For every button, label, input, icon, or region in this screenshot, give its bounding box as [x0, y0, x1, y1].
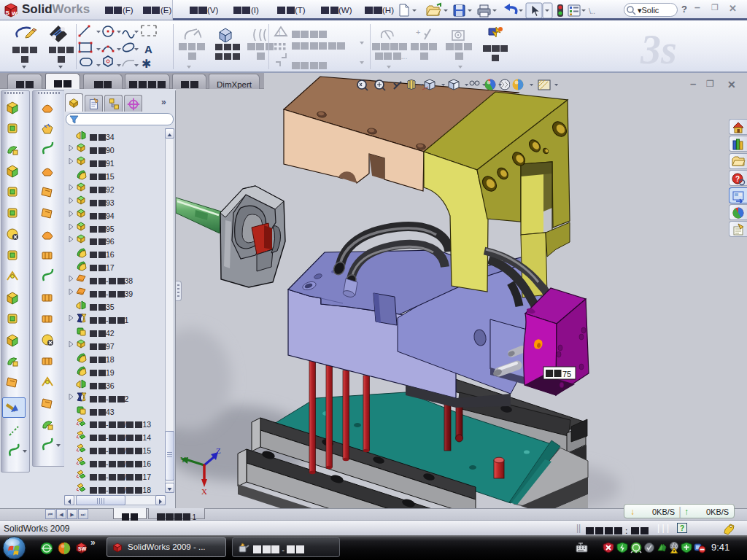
svg-text:\..: \.. [589, 7, 595, 15]
svg-text:S: S [6, 9, 10, 16]
svg-text:✱: ✱ [142, 58, 151, 70]
svg-text:SW: SW [78, 546, 87, 551]
svg-text:Z: Z [216, 446, 221, 455]
svg-text:!: ! [279, 29, 281, 36]
svg-text:Y: Y [180, 455, 186, 464]
svg-text:A: A [144, 43, 152, 55]
svg-text:W: W [12, 10, 18, 17]
svg-text:X: X [201, 487, 207, 496]
svg-text:75: 75 [562, 370, 571, 378]
svg-text:+: + [416, 28, 420, 36]
